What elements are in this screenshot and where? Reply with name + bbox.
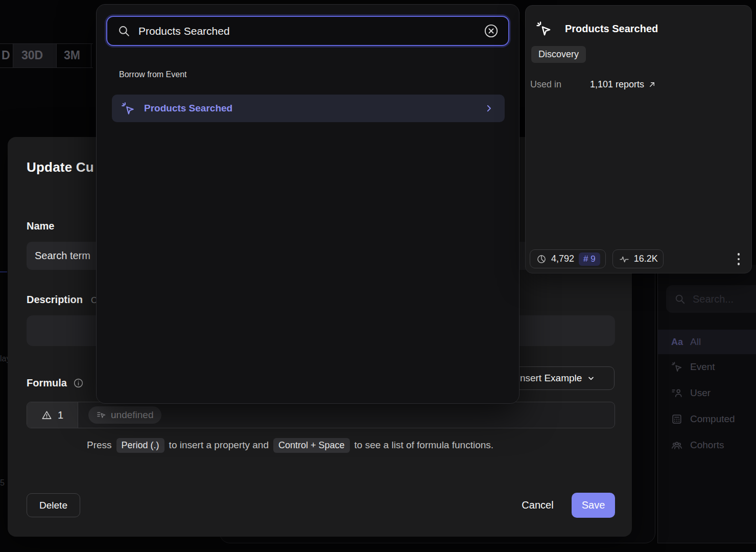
modal-title: Update Cu (27, 159, 94, 175)
search-result-products-searched[interactable]: Products Searched (112, 95, 505, 122)
event-count-pill[interactable]: 4,792 # 9 (530, 249, 606, 268)
arrow-up-right-icon (648, 81, 656, 88)
cohorts-icon (671, 440, 682, 451)
property-search-dropdown: Borrow from Event Products Searched (96, 4, 519, 404)
formula-hint: Press Period (.) to insert a property an… (87, 437, 493, 453)
dropdown-search-input[interactable] (138, 25, 475, 37)
text-type-icon: Aa (671, 337, 682, 348)
sidebar-search-input[interactable] (693, 293, 749, 305)
axis-value-fragment: 5 (0, 478, 5, 488)
warning-icon (41, 410, 52, 421)
borrow-from-event-label: Borrow from Event (119, 70, 186, 79)
sidebar-item-cohorts[interactable]: Cohorts (658, 433, 756, 457)
cancel-button[interactable]: Cancel (511, 493, 564, 517)
segment-30d[interactable]: 30D (21, 49, 43, 62)
chevron-right-icon (484, 104, 493, 113)
activity-icon (619, 254, 629, 264)
user-icon (671, 387, 682, 399)
rank-badge: # 9 (579, 252, 600, 266)
sidebar-item-all[interactable]: Aa All (658, 330, 756, 354)
search-icon (117, 25, 130, 37)
chevron-down-icon (587, 374, 595, 382)
volume-pill[interactable]: 16.2K (612, 249, 664, 268)
used-in-label: Used in (530, 79, 561, 90)
property-filter-sidebar: Aa All Event User Computed Cohorts (657, 265, 756, 543)
discovery-badge: Discovery (531, 46, 586, 63)
formula-property-chip: undefined (88, 406, 161, 424)
kbd-period: Period (.) (116, 438, 164, 453)
formula-label: Formula (27, 377, 67, 389)
dropdown-search-box[interactable] (106, 16, 509, 46)
used-in-reports-link[interactable]: 1,101 reports (590, 79, 656, 90)
clear-search-icon[interactable] (483, 23, 499, 39)
info-icon[interactable] (73, 378, 84, 388)
event-icon (536, 21, 552, 37)
property-details-card: Products Searched Discovery Used in 1,10… (525, 5, 752, 273)
event-icon (121, 102, 135, 116)
description-label: Description (27, 294, 83, 306)
sidebar-item-computed[interactable]: Computed (658, 407, 756, 431)
pie-chart-icon (536, 254, 547, 264)
formula-editor[interactable]: 1 undefined (27, 402, 615, 428)
sidebar-item-user[interactable]: User (658, 381, 756, 405)
app-root: D 30D 3M lay 5 Aa All Event U (0, 0, 756, 552)
kebab-menu-icon[interactable] (731, 250, 746, 268)
property-cursor-icon (97, 410, 106, 420)
save-button[interactable]: Save (572, 493, 615, 518)
name-label: Name (27, 220, 54, 232)
computed-icon (671, 413, 682, 425)
delete-button[interactable]: Delete (27, 493, 80, 517)
segment-7d[interactable]: D (2, 49, 10, 62)
formula-error-badge: 1 (27, 402, 78, 428)
event-icon (671, 361, 682, 373)
sidebar-search[interactable] (666, 285, 756, 313)
card-title: Products Searched (565, 23, 658, 35)
sidebar-item-event[interactable]: Event (658, 355, 756, 379)
chart-line-fragment (0, 271, 7, 272)
search-icon (674, 293, 686, 305)
segment-3m[interactable]: 3M (64, 49, 80, 62)
kbd-control-space: Control + Space (273, 438, 350, 453)
